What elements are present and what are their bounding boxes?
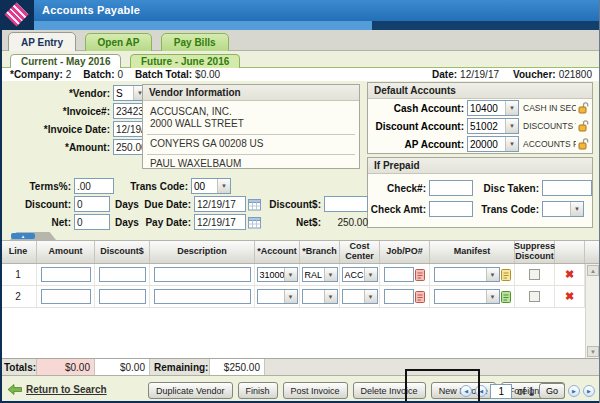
row2-discount-input[interactable] [99,289,146,304]
row2-job-po-input[interactable] [384,289,414,304]
cash-account-select[interactable]: 10400 [467,100,519,116]
page-count-label: of 1 [517,386,534,397]
delete-invoice-button[interactable]: Delete Invoice [353,382,426,399]
row1-cost-center-select[interactable]: ACC [342,267,378,282]
dropdown-arrow-icon[interactable] [505,119,518,133]
dropdown-arrow-icon[interactable] [284,290,297,303]
date-value: 12/19/17 [460,69,499,80]
row2-description-input[interactable] [154,289,251,304]
scroll-down-icon[interactable]: ▼ [587,346,599,357]
grid-collapse-icon[interactable]: ▴ [11,233,35,239]
total-discount: $0.00 [95,359,150,375]
pagination: ◀ ◀ of 1 Go ▶ ▶ [460,383,595,399]
go-button[interactable]: Go [539,383,565,399]
lock-open-icon[interactable] [578,102,589,114]
due-date-input[interactable] [194,196,246,212]
company-label: *Company: [10,69,63,80]
row2-cost-center-select[interactable] [342,289,378,304]
job-doc-red-icon[interactable] [415,291,425,303]
tab-pay-bills[interactable]: Pay Bills [161,33,229,52]
remaining-label: Remaining: [150,359,210,375]
row1-description-input[interactable] [154,267,251,282]
row1-amount-input[interactable] [41,267,91,282]
batch-total-value: $0.00 [195,69,220,80]
dropdown-arrow-icon[interactable] [486,268,499,281]
tab-open-ap[interactable]: Open AP [85,33,153,52]
scroll-up-icon[interactable]: ▲ [587,265,599,276]
next-page-icon[interactable]: ▶ [568,385,580,397]
last-page-icon[interactable]: ▶ [583,385,595,397]
prev-page-icon[interactable]: ◀ [475,385,487,397]
col-description: Description [150,241,255,263]
disc-taken-input[interactable] [542,180,592,196]
row2-delete-icon[interactable]: ✖ [565,290,574,303]
discount-account-select[interactable]: 51002 [467,118,519,134]
days-label: Days [115,199,141,210]
check-number-input[interactable] [429,180,473,196]
check-number-label: Check#: [368,183,426,194]
post-invoice-button[interactable]: Post Invoice [283,382,348,399]
dropdown-arrow-icon[interactable] [505,101,518,115]
grid-scrollbar[interactable]: ▲ ▼ [585,264,600,358]
dropdown-arrow-icon[interactable] [324,268,337,281]
row1-job-po-input[interactable] [384,267,414,282]
manifest-doc-yellow-icon[interactable] [501,269,511,281]
duplicate-vendor-button[interactable]: Duplicate Vendor [148,382,233,399]
vendor-address2: CONYERS GA 00208 US [143,138,359,150]
calendar-icon[interactable] [248,198,261,211]
discount-days-label: Discount: [0,199,71,210]
col-delete [555,241,585,263]
row1-account-select[interactable]: 31000 [257,267,298,282]
lock-open-icon[interactable] [578,138,589,150]
row2-account-select[interactable] [257,289,298,304]
row2-account-value [258,290,284,303]
ap-account-select[interactable]: 20000 [467,136,519,152]
trans-code-select[interactable]: 00 [191,178,231,194]
terms-input[interactable] [74,178,114,194]
calendar-icon[interactable] [248,216,261,229]
row1-delete-icon[interactable]: ✖ [565,268,574,281]
check-amt-input[interactable] [429,201,473,217]
tab-future-period-label: Future - June 2016 [141,56,229,67]
job-doc-red-icon[interactable] [415,269,425,281]
line-number: 2 [15,291,21,302]
dropdown-arrow-icon[interactable] [284,268,297,281]
trans-code-prepaid-select[interactable] [542,201,584,217]
discount-amt-input[interactable] [324,196,368,212]
net-days-input[interactable] [74,214,110,230]
disc-taken-label: Disc Taken: [473,183,539,194]
ap-account-value: 20000 [468,137,505,151]
batch-label: Batch: [83,69,114,80]
lock-open-icon[interactable] [578,120,589,132]
pay-date-label: Pay Date: [141,217,191,228]
dropdown-arrow-icon[interactable] [217,179,230,193]
return-to-search-link[interactable]: Return to Search [8,384,107,395]
first-page-icon[interactable]: ◀ [460,385,472,397]
col-amount: Amount [37,241,95,263]
row1-discount-input[interactable] [99,267,146,282]
dropdown-arrow-icon[interactable] [324,290,337,303]
grid-row-1: 1 31000 RAL ACC ✖ [0,264,585,286]
dropdown-arrow-icon[interactable] [570,202,583,216]
company-value: 2 [66,69,72,80]
row2-branch-select[interactable] [302,289,338,304]
vendor-type-value: S [114,86,133,100]
pay-date-input[interactable] [194,214,246,230]
dropdown-arrow-icon[interactable] [486,290,499,303]
page-number-input[interactable] [490,384,512,399]
dropdown-arrow-icon[interactable] [364,290,377,303]
row2-amount-input[interactable] [41,289,91,304]
row2-suppress-discount-checkbox[interactable] [529,291,540,302]
row2-manifest-select[interactable] [434,289,500,304]
manifest-doc-green-icon[interactable] [501,291,511,303]
finish-button[interactable]: Finish [238,382,278,399]
discount-days-input[interactable] [74,196,110,212]
dropdown-arrow-icon[interactable] [505,137,518,151]
row1-cost-center-value: ACC [343,268,364,281]
row1-suppress-discount-checkbox[interactable] [529,269,540,280]
row1-manifest-select[interactable] [434,267,500,282]
tab-ap-entry[interactable]: AP Entry [8,32,76,52]
voucher-value: 021800 [559,69,592,80]
row1-branch-select[interactable]: RAL [302,267,338,282]
dropdown-arrow-icon[interactable] [364,268,377,281]
